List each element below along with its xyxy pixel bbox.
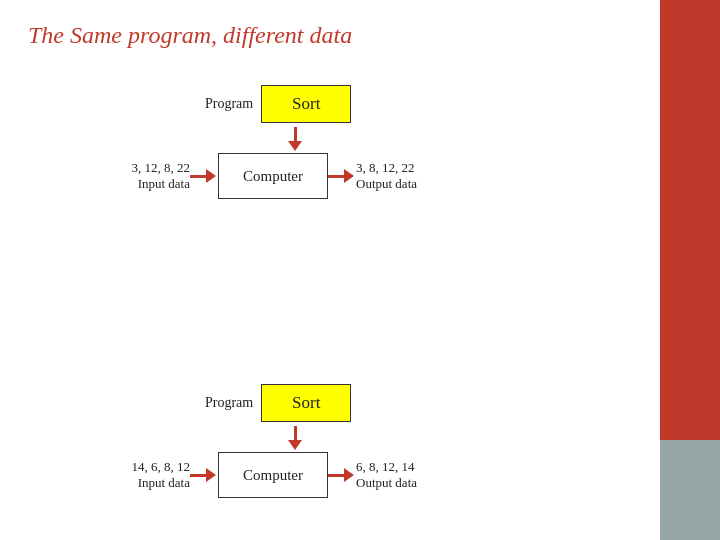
arrow-shaft-v-1 [294, 127, 297, 141]
program-label-2: Program [205, 395, 253, 411]
output-value-2: 6, 8, 12, 14 [356, 459, 415, 475]
input-label-1: Input data [138, 176, 190, 192]
output-side-2: 6, 8, 12, 14 Output data [356, 459, 496, 491]
sort-box-1: Sort [261, 85, 351, 123]
input-value-1: 3, 12, 8, 22 [132, 160, 191, 176]
diagram-1: Program Sort 3, 12, 8, 22 Input data [50, 85, 670, 199]
arrow-down-2 [250, 424, 340, 452]
arrow-right-in-1 [190, 169, 218, 183]
output-side-1: 3, 8, 12, 22 Output data [356, 160, 496, 192]
output-label-2: Output data [356, 475, 417, 491]
arrow-down-1 [250, 125, 340, 153]
output-label-1: Output data [356, 176, 417, 192]
computer-label-2: Computer [243, 467, 303, 484]
output-value-1: 3, 8, 12, 22 [356, 160, 415, 176]
diagram-2: Program Sort 14, 6, 8, 12 Input data [50, 384, 670, 498]
input-side-1: 3, 12, 8, 22 Input data [50, 160, 190, 192]
computer-box-1: Computer [218, 153, 328, 199]
slide-title: The Same program, different data [28, 22, 352, 49]
computer-row-2: 14, 6, 8, 12 Input data Computer [50, 452, 496, 498]
input-label-2: Input data [138, 475, 190, 491]
arrow-shaft-v-2 [294, 426, 297, 440]
arrow-right-out-1 [328, 169, 356, 183]
input-value-2: 14, 6, 8, 12 [132, 459, 191, 475]
computer-row-1: 3, 12, 8, 22 Input data Computer [50, 153, 496, 199]
diagram-area: Program Sort 3, 12, 8, 22 Input data [30, 75, 650, 530]
arrow-head-down-1 [288, 141, 302, 151]
slide: The Same program, different data Program… [0, 0, 660, 540]
program-row-1: Program Sort [205, 85, 351, 123]
sort-box-2: Sort [261, 384, 351, 422]
program-row-2: Program Sort [205, 384, 351, 422]
computer-box-2: Computer [218, 452, 328, 498]
arrow-right-out-2 [328, 468, 356, 482]
sidebar-top [660, 0, 720, 440]
computer-label-1: Computer [243, 168, 303, 185]
arrow-right-in-2 [190, 468, 218, 482]
sort-label-2: Sort [292, 393, 320, 413]
input-side-2: 14, 6, 8, 12 Input data [50, 459, 190, 491]
arrow-head-down-2 [288, 440, 302, 450]
program-label-1: Program [205, 96, 253, 112]
sort-label-1: Sort [292, 94, 320, 114]
